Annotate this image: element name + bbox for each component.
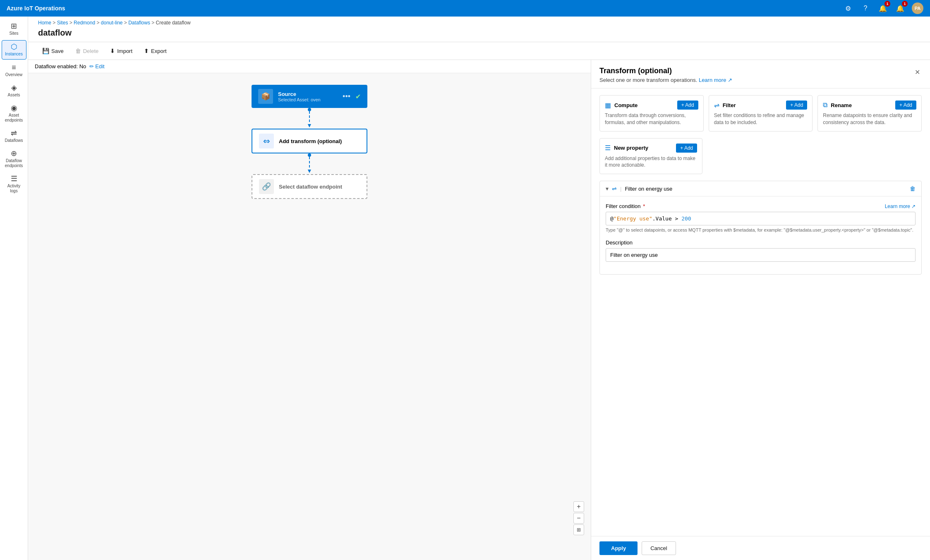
panel-close-button[interactable]: ✕ — [913, 67, 922, 78]
app-body: ⊞ Sites ⬡ Instances ≡ Overview ◈ Assets … — [0, 17, 930, 560]
rename-card-header: ⧉ Rename + Add — [823, 101, 916, 110]
settings-icon[interactable]: ⚙ — [842, 2, 854, 14]
filter-condition-input-display: @"Energy use".Value > 200 — [606, 212, 916, 225]
required-indicator: * — [643, 203, 645, 209]
activity-logs-icon: ☰ — [11, 175, 17, 182]
bell-count: 1 — [902, 1, 908, 7]
sites-icon: ⊞ — [11, 22, 17, 30]
help-icon[interactable]: ? — [860, 2, 871, 14]
zoom-out-button[interactable]: − — [573, 513, 584, 524]
sidebar-item-overview[interactable]: ≡ Overview — [2, 61, 26, 80]
filter-description-input[interactable] — [606, 248, 916, 262]
right-panel: Transform (optional) Select one or more … — [591, 60, 930, 560]
breadcrumb-sites[interactable]: Sites — [57, 20, 68, 26]
instances-icon: ⬡ — [11, 43, 17, 50]
breadcrumb-dataflows[interactable]: Dataflows — [128, 20, 150, 26]
new-property-card-title: New property — [614, 145, 648, 151]
compute-card-header: ▦ Compute + Add — [605, 101, 698, 110]
flow-connector-1: ▼ — [307, 108, 312, 129]
sidebar-item-dataflows[interactable]: ⇌ Dataflows — [2, 127, 26, 146]
code-energy-use: "Energy use" — [614, 215, 652, 222]
bell-icon-area[interactable]: 🔔 1 — [894, 2, 906, 14]
cancel-button[interactable]: Cancel — [642, 541, 676, 555]
notifications-bell[interactable]: 🔔 1 — [877, 2, 889, 14]
filter-condition-hint: Type "@" to select datapoints, or access… — [606, 227, 916, 233]
save-icon: 💾 — [42, 48, 49, 54]
breadcrumb-donut-line[interactable]: donut-line — [101, 20, 123, 26]
overview-icon: ≡ — [12, 64, 16, 71]
filter-card-title-area: ⇌ Filter — [714, 101, 736, 109]
connector-arrow-2: ▼ — [307, 168, 312, 174]
dataflow-endpoints-icon: ⊕ — [11, 150, 17, 157]
import-label: Import — [117, 48, 132, 54]
compute-card-icon: ▦ — [605, 101, 611, 109]
panel-subtitle-text: Select one or more transform operations. — [599, 77, 697, 83]
breadcrumb-redmond[interactable]: Redmond — [74, 20, 95, 26]
filter-delete-button[interactable]: 🗑 — [910, 185, 916, 192]
sidebar-label-instances: Instances — [5, 52, 23, 57]
sidebar-item-asset-endpoints[interactable]: ◉ Asset endpoints — [2, 102, 26, 125]
app-title: Azure IoT Operations — [7, 5, 837, 12]
filter-section-name: Filter on energy use — [625, 186, 906, 192]
endpoint-node-title: Select dataflow endpoint — [279, 184, 360, 190]
filter-divider: | — [620, 186, 621, 192]
sidebar-item-sites[interactable]: ⊞ Sites — [2, 20, 26, 38]
filter-section-icon: ⇌ — [612, 185, 617, 192]
sidebar-label-asset-endpoints: Asset endpoints — [3, 113, 25, 123]
canvas-area: Dataflow enabled: No ✏ Edit 📦 Source — [28, 60, 591, 560]
filter-body: Filter condition * Learn more ↗ @"Energy… — [600, 196, 921, 274]
filter-section: ▾ ⇌ | Filter on energy use 🗑 Fi — [599, 181, 922, 274]
import-icon: ⬇ — [110, 48, 115, 54]
sidebar-item-instances[interactable]: ⬡ Instances — [2, 40, 26, 60]
filter-condition-learn-more[interactable]: Learn more ↗ — [885, 203, 916, 209]
filter-collapse-button[interactable]: ▾ — [606, 185, 609, 192]
breadcrumb: Home > Sites > Redmond > donut-line > Da… — [38, 20, 920, 26]
new-property-card: ☰ New property + Add Add additional prop… — [599, 138, 702, 175]
endpoint-icon: 🔗 — [262, 182, 271, 191]
avatar[interactable]: PA — [912, 2, 923, 14]
endpoint-node[interactable]: 🔗 Select dataflow endpoint — [252, 174, 367, 199]
source-node-check-icon: ✔ — [355, 93, 361, 101]
transform-node[interactable]: ⇔ Add transform (optional) — [252, 129, 367, 153]
new-property-card-title-area: ☰ New property — [605, 144, 648, 152]
panel-body: ▦ Compute + Add Transform data through c… — [591, 89, 930, 536]
save-button[interactable]: 💾 Save — [38, 45, 68, 56]
zoom-reset-button[interactable]: ⊞ — [573, 524, 584, 535]
connector-line-2 — [309, 157, 310, 168]
endpoint-node-info: Select dataflow endpoint — [279, 184, 360, 190]
filter-condition-field: Filter condition * Learn more ↗ @"Energy… — [606, 203, 916, 233]
export-button[interactable]: ⬆ Export — [140, 45, 171, 56]
source-node[interactable]: 📦 Source Selected Asset: oven ••• ✔ — [252, 85, 367, 108]
sidebar-item-assets[interactable]: ◈ Assets — [2, 81, 26, 100]
filter-add-button[interactable]: + Add — [786, 101, 807, 110]
rename-card: ⧉ Rename + Add Rename datapoints to ensu… — [817, 95, 922, 132]
top-bar: Azure IoT Operations ⚙ ? 🔔 1 🔔 1 PA — [0, 0, 930, 17]
page-title: dataflow — [38, 28, 920, 38]
panel-header: Transform (optional) Select one or more … — [591, 60, 930, 89]
compute-card: ▦ Compute + Add Transform data through c… — [599, 95, 704, 132]
delete-button[interactable]: 🗑 Delete — [71, 45, 103, 56]
filter-card-desc: Set filter conditions to refine and mana… — [714, 112, 808, 126]
dataflow-status-label: Dataflow enabled: No — [35, 63, 86, 69]
compute-add-button[interactable]: + Add — [677, 101, 698, 110]
apply-button[interactable]: Apply — [599, 541, 638, 555]
new-property-add-button[interactable]: + Add — [676, 144, 697, 153]
source-node-more-icon[interactable]: ••• — [343, 92, 350, 101]
rename-add-button[interactable]: + Add — [895, 101, 916, 110]
filter-card-header: ⇌ Filter + Add — [714, 101, 808, 110]
new-property-card-desc: Add additional properties to data to mak… — [605, 155, 697, 169]
transform-node-title: Add transform (optional) — [279, 138, 360, 144]
zoom-in-button[interactable]: + — [573, 501, 584, 512]
content-area: Home > Sites > Redmond > donut-line > Da… — [28, 17, 930, 560]
panel-learn-more-link[interactable]: Learn more ↗ — [699, 77, 732, 83]
notifications-count: 1 — [884, 1, 890, 7]
import-button[interactable]: ⬇ Import — [106, 45, 137, 56]
delete-icon: 🗑 — [75, 48, 81, 54]
sidebar-label-dataflows: Dataflows — [5, 138, 23, 143]
breadcrumb-home[interactable]: Home — [38, 20, 51, 26]
sidebar-item-activity-logs[interactable]: ☰ Activity logs — [2, 172, 26, 196]
edit-link[interactable]: ✏ Edit — [89, 63, 104, 69]
source-node-info: Source Selected Asset: oven — [278, 91, 338, 102]
sidebar-item-dataflow-endpoints[interactable]: ⊕ Dataflow endpoints — [2, 147, 26, 171]
export-icon: ⬆ — [144, 48, 149, 54]
